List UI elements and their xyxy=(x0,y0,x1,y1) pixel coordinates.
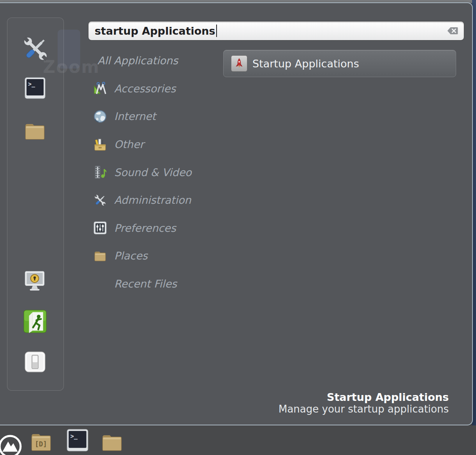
result-startup-applications[interactable]: Startup Applications xyxy=(223,50,456,77)
taskbar: [D] >_ xyxy=(0,425,476,455)
search-input[interactable]: startup Applications xyxy=(88,21,464,41)
power-switch-icon xyxy=(23,350,47,374)
selection-status: Startup Applications Manage your startup… xyxy=(279,391,449,415)
result-label: Startup Applications xyxy=(252,58,359,70)
text-caret xyxy=(216,25,217,37)
svg-text:>_: >_ xyxy=(70,433,78,440)
folder-icon xyxy=(100,430,124,453)
category-label: Places xyxy=(114,250,148,262)
category-label: Recent Files xyxy=(114,278,177,290)
drawing-tools-icon xyxy=(93,81,108,96)
desktop-folder-icon: [D] xyxy=(29,429,53,453)
sidebar-button-lock-screen[interactable] xyxy=(23,269,47,293)
search-query-text: startup Applications xyxy=(95,25,215,37)
category-preferences[interactable]: Preferences xyxy=(93,214,221,242)
category-recent-files[interactable]: Recent Files xyxy=(93,270,221,298)
category-label: Other xyxy=(114,138,144,150)
sidebar-button-file-manager[interactable] xyxy=(22,118,47,143)
taskbar-file-manager[interactable] xyxy=(100,430,124,453)
clear-search-button[interactable] xyxy=(447,26,458,35)
crossed-tools-icon xyxy=(20,33,51,64)
category-other[interactable]: Other xyxy=(93,131,221,159)
folder-icon xyxy=(23,119,47,142)
category-internet[interactable]: Internet xyxy=(93,102,221,131)
sidebar-button-logout[interactable] xyxy=(22,309,48,334)
toolbox-icon xyxy=(93,137,108,152)
terminal-icon: >_ xyxy=(66,429,89,452)
empty-icon-slot xyxy=(93,277,108,291)
category-label: Internet xyxy=(114,110,156,122)
terminal-icon: >_ xyxy=(24,77,46,99)
filmstrip-note-icon xyxy=(93,165,108,180)
sidebar-button-terminal[interactable]: >_ xyxy=(24,76,46,100)
svg-text:>_: >_ xyxy=(28,81,35,88)
category-all-applications[interactable]: All Applications xyxy=(93,47,221,75)
backspace-icon xyxy=(447,26,458,35)
status-subtitle: Manage your startup applications xyxy=(279,403,449,415)
folder-icon xyxy=(93,249,108,263)
taskbar-desktop-folder[interactable]: [D] xyxy=(29,429,53,453)
category-places[interactable]: Places xyxy=(93,242,221,270)
category-label: Sound & Video xyxy=(114,166,192,178)
category-label: Accessories xyxy=(114,83,176,95)
status-title: Startup Applications xyxy=(279,391,449,403)
mint-logo-icon xyxy=(0,434,23,455)
sidebar-panel xyxy=(7,18,64,391)
menu-button[interactable] xyxy=(0,434,23,455)
taskbar-terminal[interactable]: >_ xyxy=(66,429,89,452)
svg-text:[D]: [D] xyxy=(35,440,47,448)
category-administration[interactable]: Administration xyxy=(93,186,221,214)
category-list: All Applications Accessories Internet xyxy=(93,47,221,298)
logout-icon xyxy=(23,309,48,334)
category-label: All Applications xyxy=(97,55,178,67)
lock-screen-icon xyxy=(23,269,46,293)
globe-icon xyxy=(93,109,108,124)
sidebar-button-system-tools[interactable] xyxy=(19,32,51,65)
rocket-icon xyxy=(231,55,247,72)
sliders-icon xyxy=(93,220,108,235)
category-label: Preferences xyxy=(114,222,176,234)
sidebar-button-shutdown[interactable] xyxy=(23,350,47,374)
category-accessories[interactable]: Accessories xyxy=(93,75,221,103)
category-sound-video[interactable]: Sound & Video xyxy=(93,158,221,186)
crossed-tools-icon xyxy=(93,193,108,208)
category-label: Administration xyxy=(114,194,191,206)
